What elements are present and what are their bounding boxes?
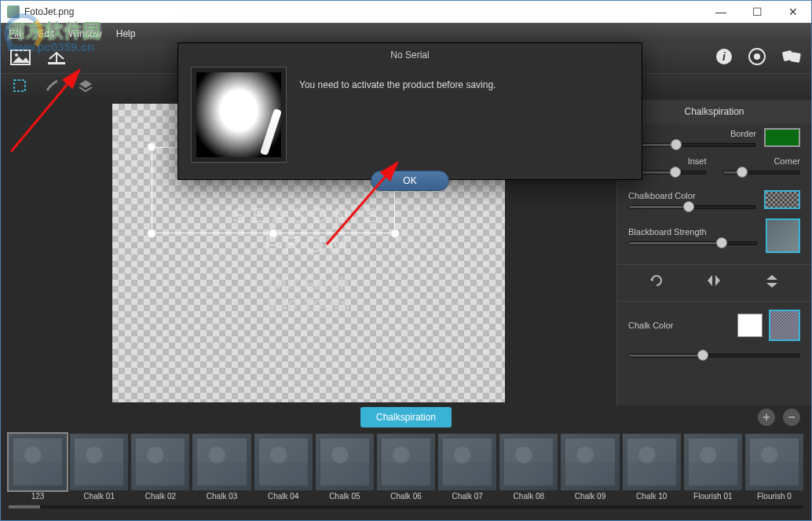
preset-thumb[interactable] <box>438 434 496 490</box>
close-button[interactable]: ✕ <box>775 1 811 23</box>
menu-help[interactable]: Help <box>116 28 136 39</box>
overlay-line-3: Our Famil <box>232 273 386 294</box>
app-icon <box>7 6 20 18</box>
menu-bar: File Edit Window Help <box>1 23 811 43</box>
preset-label: 123 <box>9 492 67 501</box>
svg-line-10 <box>11 70 79 152</box>
preset-label: Flourish 01 <box>684 492 742 501</box>
handle-top-left[interactable] <box>147 142 156 152</box>
window-title: FotoJet.png <box>24 6 703 17</box>
preset-label: Chalk 03 <box>192 492 251 501</box>
side-panel: Chalkspiration Border Inset Corner <box>616 100 811 405</box>
preset-thumbs-row <box>1 429 811 492</box>
panel-title: Chalkspiration <box>617 100 811 123</box>
border-label: Border <box>628 129 756 138</box>
preset-thumb[interactable] <box>192 434 251 490</box>
preset-thumb[interactable] <box>131 434 189 490</box>
chalk-color-swatch[interactable] <box>737 314 763 337</box>
preset-thumb[interactable] <box>499 434 558 490</box>
preset-label: Chalk 08 <box>499 492 558 501</box>
chalk-color-label: Chalk Color <box>628 321 677 330</box>
preset-label: Chalk 01 <box>70 492 128 501</box>
preset-label: Chalk 04 <box>254 492 313 501</box>
svg-rect-2 <box>48 62 65 64</box>
title-bar: FotoJet.png — ☐ ✕ <box>1 1 811 23</box>
blackboard-strength-label: Blackboard Strength <box>628 227 758 237</box>
handle-bottom-mid[interactable] <box>269 229 278 238</box>
preset-scrollbar[interactable] <box>9 505 803 508</box>
preset-bar: Chalkspiration + − 123Chalk 01Chalk 02Ch… <box>1 405 811 520</box>
preset-label: Chalk 06 <box>377 492 435 501</box>
dialog-image <box>191 67 287 163</box>
chalkboard-pattern-swatch[interactable] <box>764 190 800 209</box>
info-button[interactable]: i <box>715 48 733 68</box>
chalkboard-color-label: Chalkboard Color <box>628 191 756 200</box>
maximize-button[interactable]: ☐ <box>739 1 775 23</box>
overlay-line-4: y to Yours <box>232 294 386 314</box>
rotate-icon[interactable] <box>649 273 664 293</box>
dialog-title: No Serial <box>178 43 642 67</box>
preset-category-pill[interactable]: Chalkspiration <box>360 407 452 427</box>
svg-point-1 <box>15 53 18 57</box>
menu-window[interactable]: Window <box>68 28 102 39</box>
help-button[interactable] <box>748 48 766 68</box>
dialog-message: You need to activate the product before … <box>299 67 496 90</box>
annotation-arrow-2 <box>319 158 413 255</box>
svg-line-11 <box>327 163 397 244</box>
preset-label: Chalk 02 <box>131 492 189 501</box>
svg-point-6 <box>754 53 760 60</box>
preset-label: Chalk 09 <box>561 492 619 501</box>
minimize-button[interactable]: — <box>703 1 739 23</box>
preset-thumb[interactable] <box>9 434 67 490</box>
add-preset-button[interactable]: + <box>758 409 775 426</box>
preset-label: Chalk 07 <box>438 492 496 501</box>
preset-labels-row: 123Chalk 01Chalk 02Chalk 03Chalk 04Chalk… <box>1 492 811 505</box>
blackboard-strength-slider[interactable] <box>628 241 758 245</box>
chalkboard-color-slider[interactable] <box>628 205 756 209</box>
preset-thumb[interactable] <box>623 434 681 490</box>
border-slider[interactable] <box>628 143 756 147</box>
annotation-arrow-1 <box>5 65 91 163</box>
preset-label: Flourish 0 <box>745 492 803 501</box>
chalkboard-color-swatch[interactable] <box>764 128 800 147</box>
preset-thumb[interactable] <box>684 434 742 490</box>
preset-thumb[interactable] <box>377 434 435 490</box>
flip-horizontal-icon[interactable] <box>705 273 722 293</box>
preset-thumb[interactable] <box>316 434 374 490</box>
preset-thumb[interactable] <box>70 434 128 490</box>
corner-slider[interactable] <box>722 171 801 174</box>
menu-file[interactable]: File <box>9 28 24 39</box>
chalk-color-slider[interactable] <box>628 354 800 358</box>
preset-label: Chalk 10 <box>623 492 681 501</box>
preset-label: Chalk 05 <box>316 492 374 501</box>
preset-thumb[interactable] <box>745 434 803 490</box>
blackboard-preview[interactable] <box>766 218 800 253</box>
remove-preset-button[interactable]: − <box>783 409 800 426</box>
flip-vertical-icon[interactable] <box>764 273 780 293</box>
svg-rect-8 <box>790 52 801 63</box>
dice-random-button[interactable] <box>781 48 802 68</box>
preset-thumb[interactable] <box>254 434 313 490</box>
handle-bottom-left[interactable] <box>147 229 156 238</box>
corner-label: Corner <box>722 156 801 166</box>
chalk-texture-swatch[interactable] <box>769 310 800 341</box>
preset-thumb[interactable] <box>561 434 619 490</box>
transform-row <box>617 264 811 302</box>
menu-edit[interactable]: Edit <box>38 28 54 39</box>
